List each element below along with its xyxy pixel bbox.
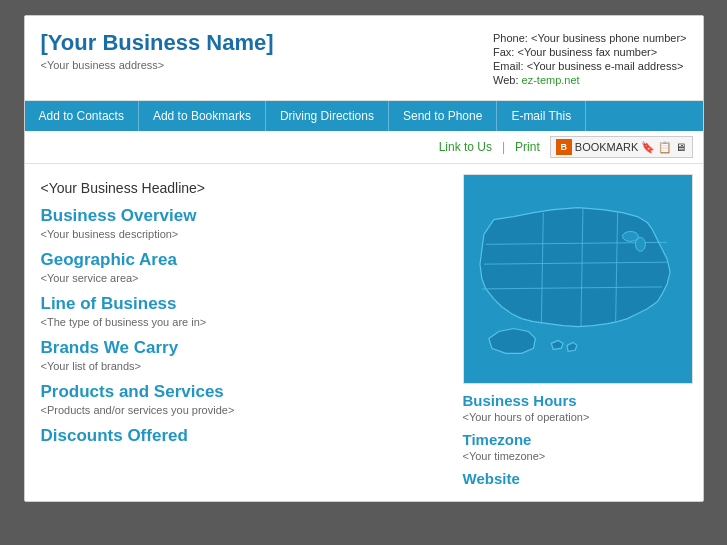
business-address: <Your business address> — [41, 59, 274, 71]
business-name: [Your Business Name] — [41, 30, 274, 56]
right-section-desc-timezone: <Your timezone> — [463, 450, 693, 462]
section-title-business-overview: Business Overview — [41, 206, 447, 226]
phone-label: Phone: — [493, 32, 528, 44]
header: [Your Business Name] <Your business addr… — [25, 16, 703, 101]
section-title-products: Products and Services — [41, 382, 447, 402]
section-desc-geographic-area: <Your service area> — [41, 272, 447, 284]
section-desc-business-overview: <Your business description> — [41, 228, 447, 240]
section-title-line-of-business: Line of Business — [41, 294, 447, 314]
section-desc-products: <Products and/or services you provide> — [41, 404, 447, 416]
phone-line: Phone: <Your business phone number> — [493, 32, 686, 44]
toolbar-add-bookmarks[interactable]: Add to Bookmarks — [139, 101, 266, 131]
section-desc-line-of-business: <The type of business you are in> — [41, 316, 447, 328]
right-section-title-hours: Business Hours — [463, 392, 693, 409]
phone-value: <Your business phone number> — [531, 32, 687, 44]
left-panel: <Your Business Headline> Business Overvi… — [35, 174, 453, 491]
usa-map — [464, 175, 692, 383]
web-line: Web: ez-temp.net — [493, 74, 686, 86]
section-title-brands: Brands We Carry — [41, 338, 447, 358]
section-title-geographic-area: Geographic Area — [41, 250, 447, 270]
email-line: Email: <Your business e-mail address> — [493, 60, 686, 72]
bookmark-icon: B — [556, 139, 572, 155]
fax-line: Fax: <Your business fax number> — [493, 46, 686, 58]
web-label: Web: — [493, 74, 518, 86]
email-value: <Your business e-mail address> — [527, 60, 684, 72]
headline: <Your Business Headline> — [41, 180, 447, 196]
web-link[interactable]: ez-temp.net — [522, 74, 580, 86]
toolbar-send-to-phone[interactable]: Send to Phone — [389, 101, 497, 131]
right-section-title-timezone: Timezone — [463, 431, 693, 448]
svg-point-7 — [622, 231, 638, 241]
right-section-desc-hours: <Your hours of operation> — [463, 411, 693, 423]
bookmark-label: BOOKMARK — [575, 141, 639, 153]
print-link[interactable]: Print — [515, 140, 540, 154]
right-panel: Business Hours <Your hours of operation>… — [463, 174, 693, 491]
fax-value: <Your business fax number> — [517, 46, 657, 58]
main-content: <Your Business Headline> Business Overvi… — [25, 164, 703, 501]
svg-point-8 — [635, 237, 645, 251]
toolbar: Add to Contacts Add to Bookmarks Driving… — [25, 101, 703, 131]
fax-label: Fax: — [493, 46, 514, 58]
header-left: [Your Business Name] <Your business addr… — [41, 30, 274, 88]
link-bar-separator: | — [502, 140, 505, 154]
page-wrapper: [Your Business Name] <Your business addr… — [24, 15, 704, 502]
section-title-discounts: Discounts Offered — [41, 426, 447, 446]
link-us-link[interactable]: Link to Us — [439, 140, 492, 154]
section-desc-brands: <Your list of brands> — [41, 360, 447, 372]
toolbar-driving-directions[interactable]: Driving Directions — [266, 101, 389, 131]
map-container — [463, 174, 693, 384]
right-section-title-website: Website — [463, 470, 693, 487]
header-right: Phone: <Your business phone number> Fax:… — [493, 30, 686, 88]
bookmark-widget[interactable]: B BOOKMARK 🔖 📋 🖥 — [550, 136, 693, 158]
link-bar: Link to Us | Print B BOOKMARK 🔖 📋 🖥 — [25, 131, 703, 164]
toolbar-email-this[interactable]: E-mail This — [497, 101, 586, 131]
email-label: Email: — [493, 60, 524, 72]
bookmark-icons-extra: 🔖 📋 🖥 — [641, 141, 686, 154]
toolbar-add-contacts[interactable]: Add to Contacts — [25, 101, 139, 131]
